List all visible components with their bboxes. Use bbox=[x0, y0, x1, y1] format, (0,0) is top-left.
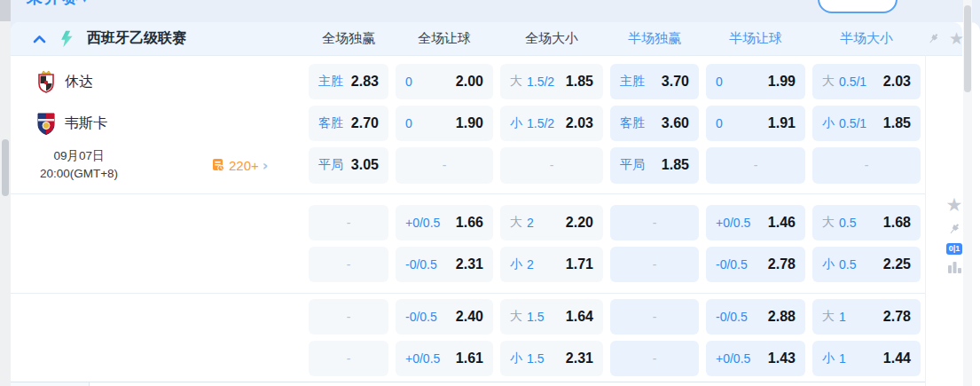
odds-label: 0 bbox=[405, 75, 412, 89]
left-scrollbar-track[interactable] bbox=[0, 0, 11, 386]
odds-handicap-label: 1 bbox=[839, 351, 846, 366]
odds-cell[interactable]: 01.91 bbox=[706, 106, 805, 141]
empty-name-cell bbox=[11, 299, 302, 335]
odds-cell[interactable]: -0/0.52.78 bbox=[706, 247, 805, 282]
odds-cell[interactable]: 小11.44 bbox=[812, 341, 921, 376]
right-scrollbar-track[interactable] bbox=[963, 0, 972, 386]
odds-value: 2.83 bbox=[351, 74, 379, 90]
odds-label: 大 bbox=[510, 309, 522, 325]
odds-value: 1.64 bbox=[566, 309, 593, 325]
odds-value: 2.00 bbox=[456, 74, 483, 90]
odds-row: 休达主胜2.8302.00大1.5/21.85主胜3.7001.99大0.5/1… bbox=[11, 64, 925, 99]
odds-cell-labels: 大1.5 bbox=[510, 309, 544, 325]
odds-value: 2.03 bbox=[566, 115, 593, 131]
column-header-full-0: 全场独赢 bbox=[309, 30, 388, 47]
home-team-row-name: 休达 bbox=[11, 64, 302, 99]
odds-cell[interactable]: +0/0.51.43 bbox=[706, 341, 805, 376]
odds-label: 客胜 bbox=[620, 115, 645, 131]
odds-cell[interactable]: 小0.5/11.85 bbox=[812, 106, 921, 141]
odds-cell[interactable]: 大0.51.68 bbox=[812, 205, 921, 240]
top-right-pill-button[interactable] bbox=[818, 0, 898, 13]
empty-name-cell bbox=[11, 247, 302, 282]
odds-label: 大 bbox=[510, 74, 522, 90]
odds-cell[interactable]: -0/0.52.88 bbox=[706, 299, 805, 335]
odds-handicap-label: 1.5/2 bbox=[527, 116, 554, 130]
odds-cell-labels: -0/0.5 bbox=[716, 310, 748, 324]
left-edge-top-segment bbox=[0, 0, 11, 21]
odds-value: 2.31 bbox=[456, 256, 483, 272]
match-pin-icon[interactable] bbox=[946, 221, 962, 237]
league-title-group: 西班牙乙级联赛 bbox=[32, 22, 186, 55]
odds-cell-labels: 大0.5 bbox=[822, 215, 856, 231]
odds-value: 1.61 bbox=[456, 351, 483, 366]
odds-label: +0/0.5 bbox=[716, 216, 750, 230]
odds-label: 小 bbox=[510, 256, 522, 272]
dash-placeholder: - bbox=[550, 158, 554, 172]
odds-label: -0/0.5 bbox=[716, 257, 748, 272]
odds-cell-empty: - bbox=[396, 147, 493, 184]
empty-name-cell bbox=[11, 341, 302, 376]
odds-cell[interactable]: 客胜2.70 bbox=[309, 106, 388, 141]
top-filter-label: 未开赛 bbox=[27, 0, 80, 6]
match-favorite-star-icon[interactable]: ★ bbox=[946, 196, 963, 215]
right-scrollbar-thumb[interactable] bbox=[964, 5, 971, 92]
odds-value: 2.70 bbox=[351, 115, 379, 131]
odds-handicap-label: 0.5/1 bbox=[839, 116, 866, 130]
next-row-name-column-peek bbox=[11, 382, 90, 386]
odds-cell[interactable]: 大1.51.64 bbox=[500, 299, 603, 335]
odds-cell[interactable]: 大12.78 bbox=[812, 299, 921, 335]
odds-value: 3.60 bbox=[662, 115, 689, 131]
odds-cell[interactable]: +0/0.51.61 bbox=[396, 341, 493, 376]
odds-cell[interactable]: 小1.5/22.03 bbox=[500, 106, 603, 141]
odds-label: 客胜 bbox=[318, 115, 343, 131]
odds-value: 1.44 bbox=[883, 351, 911, 366]
odds-row: --0/0.52.40大1.51.64--0/0.52.88大12.78 bbox=[11, 299, 925, 335]
odds-cell[interactable]: +0/0.51.46 bbox=[706, 205, 805, 240]
more-markets-link[interactable]: 220+› bbox=[211, 157, 268, 174]
odds-cell[interactable]: 小1.52.31 bbox=[500, 341, 603, 376]
top-filter-dropdown[interactable]: 未开赛▾ bbox=[27, 0, 88, 8]
odds-format-toggle[interactable]: 0|1 bbox=[946, 243, 963, 255]
odds-cell[interactable]: 大0.5/12.03 bbox=[812, 64, 921, 99]
odds-value: 1.43 bbox=[768, 351, 796, 366]
odds-cell[interactable]: 客胜3.60 bbox=[610, 106, 699, 141]
odds-cell-empty: - bbox=[610, 341, 699, 376]
odds-cell-labels: +0/0.5 bbox=[716, 351, 750, 366]
odds-label: 小 bbox=[510, 351, 522, 366]
collapse-chevron-up-icon[interactable] bbox=[32, 32, 46, 46]
odds-cell[interactable]: 平局1.85 bbox=[610, 147, 699, 184]
left-scrollbar-thumb[interactable] bbox=[2, 139, 9, 196]
odds-cell-labels: 客胜 bbox=[620, 115, 645, 131]
odds-cell[interactable]: 大1.5/21.85 bbox=[500, 64, 603, 99]
favorite-star-icon[interactable]: ★ bbox=[949, 30, 964, 47]
odds-handicap-label: 2 bbox=[527, 257, 534, 272]
odds-cell[interactable]: 大22.20 bbox=[500, 205, 603, 240]
league-name: 西班牙乙级联赛 bbox=[87, 29, 186, 48]
odds-rows-area: 休达主胜2.8302.00大1.5/21.85主胜3.7001.99大0.5/1… bbox=[11, 55, 925, 384]
odds-label: 0 bbox=[716, 116, 723, 130]
odds-cell-labels: 小1.5/2 bbox=[510, 115, 554, 131]
odds-cell[interactable]: -0/0.52.31 bbox=[396, 247, 493, 282]
odds-cell[interactable]: 01.90 bbox=[396, 106, 493, 141]
pin-icon[interactable] bbox=[926, 31, 941, 46]
odds-cell[interactable]: 01.99 bbox=[706, 64, 805, 99]
odds-cell[interactable]: +0/0.51.66 bbox=[396, 205, 493, 240]
odds-label: 0 bbox=[405, 116, 412, 130]
stats-bar-chart-icon[interactable] bbox=[947, 261, 962, 274]
dash-placeholder: - bbox=[865, 158, 869, 172]
odds-cell[interactable]: 主胜2.83 bbox=[309, 64, 388, 99]
odds-cell[interactable]: -0/0.52.40 bbox=[396, 299, 493, 335]
odds-cell-labels: 小1.5 bbox=[510, 351, 544, 366]
home-team-name: 休达 bbox=[65, 73, 93, 91]
odds-cell[interactable]: 小0.52.25 bbox=[812, 247, 921, 282]
odds-row: --0/0.52.31小21.71--0/0.52.78小0.52.25 bbox=[11, 247, 925, 282]
odds-cell[interactable]: 主胜3.70 bbox=[610, 64, 699, 99]
odds-cell-empty: - bbox=[610, 205, 699, 240]
odds-value: 2.31 bbox=[566, 351, 593, 366]
odds-cell[interactable]: 平局3.05 bbox=[309, 147, 388, 184]
odds-value: 1.91 bbox=[768, 115, 796, 131]
dash-placeholder: - bbox=[347, 310, 351, 324]
odds-label: 平局 bbox=[318, 157, 343, 173]
odds-cell[interactable]: 小21.71 bbox=[500, 247, 603, 282]
odds-cell[interactable]: 02.00 bbox=[396, 64, 493, 99]
